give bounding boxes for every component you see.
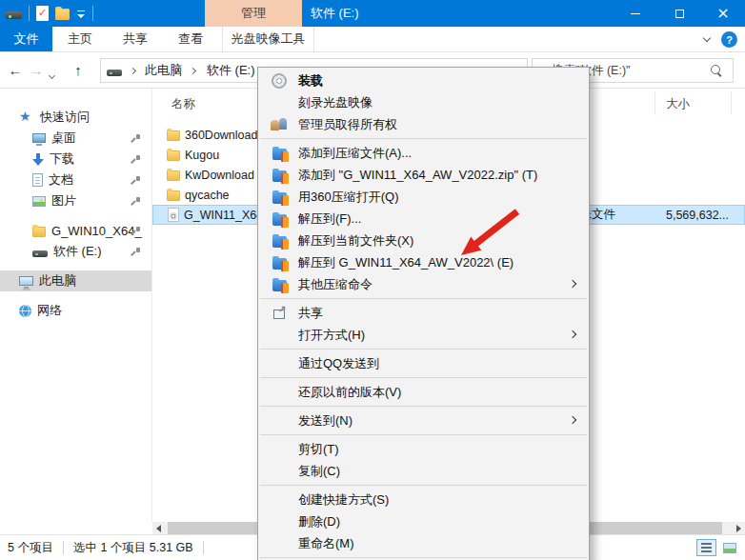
context-menu-item[interactable]: 装载 [258,70,589,91]
folder-icon [167,130,180,141]
file-menu-button[interactable]: 文件 [0,27,52,51]
customize-toolbar-dropdown-icon[interactable] [76,10,86,20]
folder-icon [167,190,180,201]
breadcrumb-item[interactable]: 此电脑 [143,62,205,79]
up-button[interactable]: ↑ [69,60,88,79]
sidebar-item[interactable]: 此电脑 [0,270,151,291]
context-menu-item[interactable]: 解压到 G_WIN11_X64_AW_V2022\ (E) [258,251,589,273]
thumbnails-view-button[interactable] [719,539,739,556]
folder-icon [167,170,180,181]
desktop-icon [32,133,46,143]
context-menu-item[interactable]: 复制(C) [258,460,589,482]
context-menu-item[interactable]: 还原以前的版本(V) [258,381,589,403]
quick-access-star-icon [19,110,34,125]
thumbnails-view-icon [723,543,736,553]
disc-image-icon [168,208,179,222]
ribbon-tab[interactable]: 查看 [163,27,218,51]
context-menu-item[interactable]: 打开方式(H) [258,324,589,346]
pin-icon [131,133,141,143]
context-menu-item[interactable]: 通过QQ发送到 [258,352,589,374]
disc-icon [272,73,287,89]
selection-info: 选中 1 个项目 5.31 GB [73,540,193,556]
sidebar-item[interactable]: G_WIN10_X64_ [0,220,151,241]
share-icon [272,307,287,320]
context-menu-item[interactable]: 创建快捷方式(S) [258,489,589,510]
maximize-button[interactable] [657,0,701,27]
context-menu-item[interactable]: 添加到 "G_WIN11_X64_AW_V2022.zip" (T) [258,164,589,186]
context-menu-item[interactable]: 解压到当前文件夹(X) [258,230,589,251]
sidebar-item[interactable]: 软件 (E:) [0,241,151,262]
chevron-right-icon [190,67,196,73]
column-header-size[interactable]: 大小 [654,91,732,114]
sidebar-item[interactable]: 桌面 [0,128,151,149]
pin-icon [131,226,141,235]
context-menu-item[interactable]: 刻录光盘映像 [258,91,589,113]
scroll-left-arrow-icon[interactable] [152,522,165,534]
this-pc-icon [19,276,33,286]
context-menu-item[interactable]: 添加到压缩文件(A)... [258,142,589,164]
zip-icon [272,236,287,248]
close-icon: × [716,6,729,21]
details-view-icon [701,543,712,552]
context-menu-item[interactable]: 管理员取得所有权 [258,113,589,135]
document-icon [32,173,43,187]
items-count: 5 个项目 [8,540,53,556]
context-menu-item[interactable]: 解压到(F)... [258,208,589,230]
scroll-right-arrow-icon[interactable] [733,522,745,534]
properties-icon[interactable] [36,6,49,21]
submenu-chevron-icon [569,280,576,288]
ribbon-tabbar: 文件 主页共享查看 光盘映像工具 [0,27,745,52]
context-menu-item[interactable] [258,431,589,438]
details-view-button[interactable] [696,539,716,556]
search-icon[interactable] [711,65,723,77]
folder-icon [32,227,46,237]
pictures-icon [32,196,46,207]
separator [63,541,64,554]
ribbon-tab[interactable]: 共享 [108,27,163,51]
disc-image-tools-tab[interactable]: 光盘映像工具 [222,27,314,51]
context-menu-item[interactable] [258,135,589,142]
maximize-icon [675,10,684,18]
ribbon-controls: ? [704,27,737,52]
ribbon-collapse-chevron-icon[interactable] [703,34,711,42]
context-menu-item[interactable] [258,295,589,302]
zip-icon [272,170,287,182]
sidebar-item[interactable]: 网络 [0,300,151,321]
column-header-name[interactable]: 名称 [171,96,195,112]
context-menu-item[interactable]: 用360压缩打开(Q) [258,186,589,208]
context-menu-item[interactable]: 发送到(N) [258,410,589,431]
ribbon-tab[interactable]: 主页 [52,27,108,51]
zip-icon [272,192,287,204]
drive-icon [32,250,48,257]
context-menu-item[interactable]: 重命名(M) [258,532,589,554]
sidebar-item[interactable]: 文档 [0,170,151,190]
navigation-pane: 快速访问 桌面 下载 文档 [0,89,152,522]
context-menu-item[interactable] [258,403,589,410]
context-menu-item[interactable] [258,482,589,489]
pin-icon [131,154,141,164]
minimize-button[interactable] [614,0,657,27]
help-icon[interactable]: ? [721,31,737,48]
context-menu-item[interactable]: 共享 [258,302,589,324]
manage-contextual-tab[interactable]: 管理 [205,0,302,27]
submenu-chevron-icon [569,416,576,424]
sidebar-item[interactable]: 快速访问 [0,107,151,128]
recent-locations-dropdown-icon[interactable] [50,68,54,81]
sidebar-item[interactable]: 下载 [0,149,151,170]
back-button[interactable]: ← [6,60,25,79]
window-controls: × [614,0,745,27]
context-menu-item[interactable] [258,554,589,560]
context-menu-item[interactable] [258,346,589,352]
context-menu-item[interactable]: 其他压缩命令 [258,273,589,295]
close-button[interactable]: × [701,0,745,27]
context-menu-item[interactable]: 剪切(T) [258,438,589,460]
new-folder-icon[interactable] [55,9,70,20]
submenu-chevron-icon [569,330,576,338]
zip-icon [272,280,287,291]
forward-button[interactable]: → [27,60,46,79]
separator [29,6,30,21]
folder-icon [167,150,180,161]
sidebar-item[interactable]: 图片 [0,190,151,211]
context-menu-item[interactable]: 删除(D) [258,510,589,532]
context-menu-item[interactable] [258,374,589,381]
